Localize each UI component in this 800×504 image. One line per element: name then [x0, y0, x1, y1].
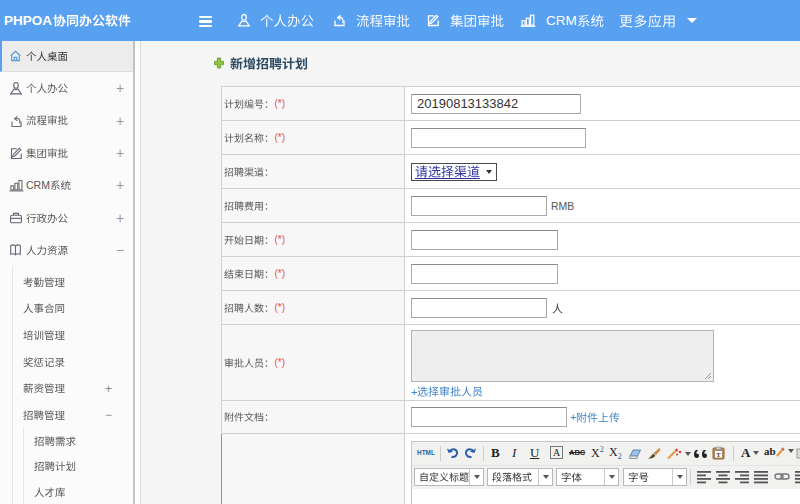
svg-text:T: T — [716, 451, 721, 458]
